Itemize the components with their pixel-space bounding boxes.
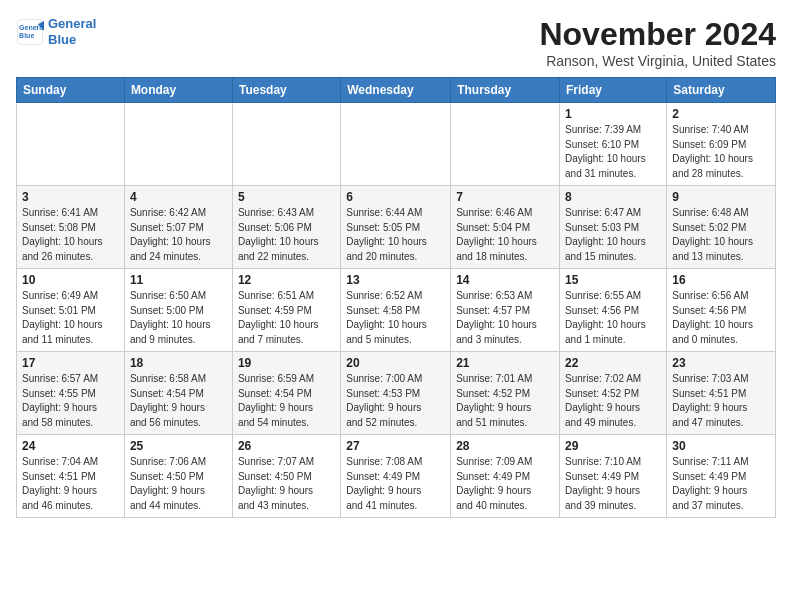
day-info: Sunrise: 7:10 AMSunset: 4:49 PMDaylight:…: [565, 455, 661, 513]
day-cell: 9Sunrise: 6:48 AMSunset: 5:02 PMDaylight…: [667, 186, 776, 269]
day-cell: 30Sunrise: 7:11 AMSunset: 4:49 PMDayligh…: [667, 435, 776, 518]
day-cell: 22Sunrise: 7:02 AMSunset: 4:52 PMDayligh…: [560, 352, 667, 435]
day-number: 24: [22, 439, 119, 453]
day-number: 25: [130, 439, 227, 453]
day-cell: 10Sunrise: 6:49 AMSunset: 5:01 PMDayligh…: [17, 269, 125, 352]
week-row-3: 10Sunrise: 6:49 AMSunset: 5:01 PMDayligh…: [17, 269, 776, 352]
day-cell: 8Sunrise: 6:47 AMSunset: 5:03 PMDaylight…: [560, 186, 667, 269]
week-row-2: 3Sunrise: 6:41 AMSunset: 5:08 PMDaylight…: [17, 186, 776, 269]
day-number: 26: [238, 439, 335, 453]
day-cell: 3Sunrise: 6:41 AMSunset: 5:08 PMDaylight…: [17, 186, 125, 269]
day-number: 3: [22, 190, 119, 204]
day-info: Sunrise: 6:43 AMSunset: 5:06 PMDaylight:…: [238, 206, 335, 264]
day-number: 20: [346, 356, 445, 370]
day-cell: 16Sunrise: 6:56 AMSunset: 4:56 PMDayligh…: [667, 269, 776, 352]
day-number: 23: [672, 356, 770, 370]
day-cell: 6Sunrise: 6:44 AMSunset: 5:05 PMDaylight…: [341, 186, 451, 269]
day-info: Sunrise: 7:08 AMSunset: 4:49 PMDaylight:…: [346, 455, 445, 513]
weekday-header-saturday: Saturday: [667, 78, 776, 103]
day-number: 16: [672, 273, 770, 287]
day-number: 11: [130, 273, 227, 287]
day-number: 2: [672, 107, 770, 121]
page-header: General Blue General Blue November 2024 …: [16, 16, 776, 69]
day-info: Sunrise: 6:41 AMSunset: 5:08 PMDaylight:…: [22, 206, 119, 264]
day-info: Sunrise: 7:03 AMSunset: 4:51 PMDaylight:…: [672, 372, 770, 430]
day-number: 13: [346, 273, 445, 287]
day-info: Sunrise: 6:52 AMSunset: 4:58 PMDaylight:…: [346, 289, 445, 347]
day-info: Sunrise: 7:40 AMSunset: 6:09 PMDaylight:…: [672, 123, 770, 181]
day-cell: 21Sunrise: 7:01 AMSunset: 4:52 PMDayligh…: [451, 352, 560, 435]
title-area: November 2024 Ranson, West Virginia, Uni…: [539, 16, 776, 69]
day-info: Sunrise: 6:58 AMSunset: 4:54 PMDaylight:…: [130, 372, 227, 430]
day-cell: 19Sunrise: 6:59 AMSunset: 4:54 PMDayligh…: [232, 352, 340, 435]
day-cell: [124, 103, 232, 186]
day-cell: 26Sunrise: 7:07 AMSunset: 4:50 PMDayligh…: [232, 435, 340, 518]
day-cell: 20Sunrise: 7:00 AMSunset: 4:53 PMDayligh…: [341, 352, 451, 435]
calendar-table: SundayMondayTuesdayWednesdayThursdayFrid…: [16, 77, 776, 518]
day-info: Sunrise: 7:04 AMSunset: 4:51 PMDaylight:…: [22, 455, 119, 513]
day-number: 6: [346, 190, 445, 204]
day-number: 30: [672, 439, 770, 453]
day-cell: 2Sunrise: 7:40 AMSunset: 6:09 PMDaylight…: [667, 103, 776, 186]
weekday-header-wednesday: Wednesday: [341, 78, 451, 103]
day-number: 21: [456, 356, 554, 370]
day-info: Sunrise: 6:51 AMSunset: 4:59 PMDaylight:…: [238, 289, 335, 347]
day-info: Sunrise: 6:50 AMSunset: 5:00 PMDaylight:…: [130, 289, 227, 347]
day-info: Sunrise: 6:56 AMSunset: 4:56 PMDaylight:…: [672, 289, 770, 347]
weekday-header-monday: Monday: [124, 78, 232, 103]
day-number: 27: [346, 439, 445, 453]
day-info: Sunrise: 6:55 AMSunset: 4:56 PMDaylight:…: [565, 289, 661, 347]
day-cell: 5Sunrise: 6:43 AMSunset: 5:06 PMDaylight…: [232, 186, 340, 269]
day-cell: 15Sunrise: 6:55 AMSunset: 4:56 PMDayligh…: [560, 269, 667, 352]
weekday-header-friday: Friday: [560, 78, 667, 103]
svg-text:Blue: Blue: [19, 32, 34, 39]
day-info: Sunrise: 6:48 AMSunset: 5:02 PMDaylight:…: [672, 206, 770, 264]
day-number: 14: [456, 273, 554, 287]
day-info: Sunrise: 7:11 AMSunset: 4:49 PMDaylight:…: [672, 455, 770, 513]
day-cell: 18Sunrise: 6:58 AMSunset: 4:54 PMDayligh…: [124, 352, 232, 435]
day-info: Sunrise: 6:53 AMSunset: 4:57 PMDaylight:…: [456, 289, 554, 347]
day-cell: [232, 103, 340, 186]
logo: General Blue General Blue: [16, 16, 96, 47]
day-cell: 29Sunrise: 7:10 AMSunset: 4:49 PMDayligh…: [560, 435, 667, 518]
day-cell: [451, 103, 560, 186]
day-cell: 7Sunrise: 6:46 AMSunset: 5:04 PMDaylight…: [451, 186, 560, 269]
day-info: Sunrise: 6:44 AMSunset: 5:05 PMDaylight:…: [346, 206, 445, 264]
day-number: 1: [565, 107, 661, 121]
day-info: Sunrise: 7:39 AMSunset: 6:10 PMDaylight:…: [565, 123, 661, 181]
day-info: Sunrise: 7:06 AMSunset: 4:50 PMDaylight:…: [130, 455, 227, 513]
day-info: Sunrise: 7:01 AMSunset: 4:52 PMDaylight:…: [456, 372, 554, 430]
day-info: Sunrise: 6:42 AMSunset: 5:07 PMDaylight:…: [130, 206, 227, 264]
day-cell: 27Sunrise: 7:08 AMSunset: 4:49 PMDayligh…: [341, 435, 451, 518]
location: Ranson, West Virginia, United States: [539, 53, 776, 69]
day-number: 29: [565, 439, 661, 453]
day-number: 17: [22, 356, 119, 370]
day-cell: 1Sunrise: 7:39 AMSunset: 6:10 PMDaylight…: [560, 103, 667, 186]
day-number: 8: [565, 190, 661, 204]
day-cell: [17, 103, 125, 186]
day-cell: 13Sunrise: 6:52 AMSunset: 4:58 PMDayligh…: [341, 269, 451, 352]
day-number: 12: [238, 273, 335, 287]
day-number: 28: [456, 439, 554, 453]
day-info: Sunrise: 7:02 AMSunset: 4:52 PMDaylight:…: [565, 372, 661, 430]
day-cell: 12Sunrise: 6:51 AMSunset: 4:59 PMDayligh…: [232, 269, 340, 352]
week-row-1: 1Sunrise: 7:39 AMSunset: 6:10 PMDaylight…: [17, 103, 776, 186]
day-info: Sunrise: 7:07 AMSunset: 4:50 PMDaylight:…: [238, 455, 335, 513]
day-info: Sunrise: 6:46 AMSunset: 5:04 PMDaylight:…: [456, 206, 554, 264]
day-info: Sunrise: 7:00 AMSunset: 4:53 PMDaylight:…: [346, 372, 445, 430]
weekday-header-tuesday: Tuesday: [232, 78, 340, 103]
day-number: 4: [130, 190, 227, 204]
day-info: Sunrise: 6:49 AMSunset: 5:01 PMDaylight:…: [22, 289, 119, 347]
day-cell: 23Sunrise: 7:03 AMSunset: 4:51 PMDayligh…: [667, 352, 776, 435]
day-number: 19: [238, 356, 335, 370]
day-cell: [341, 103, 451, 186]
day-info: Sunrise: 6:59 AMSunset: 4:54 PMDaylight:…: [238, 372, 335, 430]
day-cell: 14Sunrise: 6:53 AMSunset: 4:57 PMDayligh…: [451, 269, 560, 352]
day-info: Sunrise: 6:57 AMSunset: 4:55 PMDaylight:…: [22, 372, 119, 430]
weekday-header-thursday: Thursday: [451, 78, 560, 103]
week-row-5: 24Sunrise: 7:04 AMSunset: 4:51 PMDayligh…: [17, 435, 776, 518]
day-number: 10: [22, 273, 119, 287]
day-cell: 11Sunrise: 6:50 AMSunset: 5:00 PMDayligh…: [124, 269, 232, 352]
day-cell: 4Sunrise: 6:42 AMSunset: 5:07 PMDaylight…: [124, 186, 232, 269]
logo-text: General Blue: [48, 16, 96, 47]
